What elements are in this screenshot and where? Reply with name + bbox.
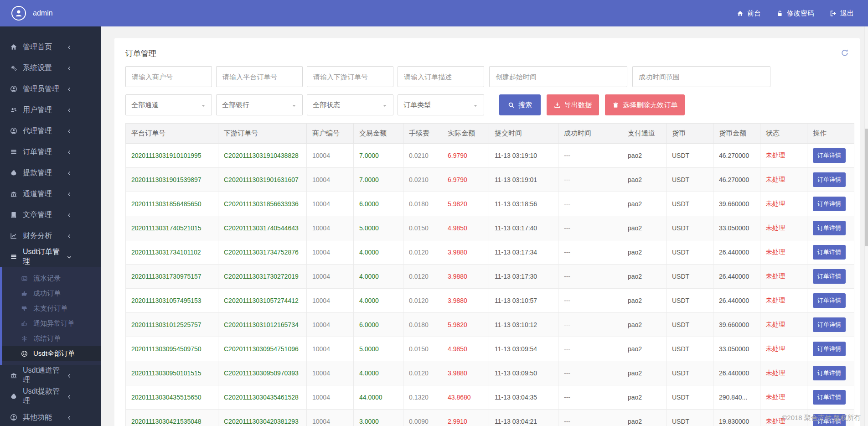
cell-downstream_order_no: C20201113030420381293 — [218, 410, 307, 426]
sidebar-item-label: 通道管理 — [23, 189, 52, 199]
order-detail-button[interactable]: 订单详情 — [813, 366, 846, 380]
table-row: 20201113031057495153C2020111303105727441… — [126, 289, 854, 313]
cell-submit_time: 11-13 03:04:35 — [489, 385, 558, 410]
sidebar-item-4[interactable]: 代理管理 — [0, 120, 101, 141]
topbar-link-2[interactable]: 退出 — [822, 9, 862, 18]
cell-submit_time: 11-13 03:18:56 — [489, 192, 558, 216]
cell-action: 订单详情 — [807, 240, 854, 265]
order-detail-button[interactable]: 订单详情 — [813, 269, 846, 284]
column-header-platform_order_no: 平台订单号 — [126, 124, 218, 144]
user-icon — [14, 9, 23, 18]
cell-action: 订单详情 — [807, 265, 854, 289]
sidebar-item-label: 用户管理 — [23, 105, 52, 115]
topbar-link-0[interactable]: 前台 — [729, 9, 769, 18]
order-detail-button[interactable]: 订单详情 — [813, 390, 846, 405]
sidebar-item-6[interactable]: 提款管理 — [0, 162, 101, 183]
cell-status: 未处理 — [760, 240, 807, 265]
table-body: 20201113031910101995C2020111303191043882… — [126, 144, 854, 426]
cell-merchant_id: 10004 — [307, 385, 354, 410]
filter-select-1[interactable]: 全部银行 — [216, 94, 303, 115]
cell-merchant_id: 10004 — [307, 265, 354, 289]
topbar-link-1[interactable]: 修改密码 — [769, 9, 822, 18]
sidebar-subitem-4[interactable]: 冻结订单 — [2, 331, 101, 346]
sidebar-subitem-1[interactable]: 成功订单 — [2, 286, 101, 301]
sidebar-item-label: 管理员管理 — [23, 84, 59, 94]
angle-left-icon — [67, 66, 72, 71]
filter-select-3[interactable]: 订单类型 — [398, 94, 484, 115]
sidebar-item-0[interactable]: 管理首页 — [0, 36, 101, 57]
filter-input-1[interactable] — [216, 66, 303, 87]
sidebar-item-12[interactable]: Usdt提款管理 — [0, 386, 101, 407]
sidebar-item-7[interactable]: 通道管理 — [0, 183, 101, 204]
cell-downstream_order_no: C20201113031012165734 — [218, 313, 307, 337]
order-detail-button[interactable]: 订单详情 — [813, 245, 846, 260]
sidebar-item-8[interactable]: 文章管理 — [0, 204, 101, 225]
cell-submit_time: 11-13 03:04:21 — [489, 410, 558, 426]
cell-amount: 4.0000 — [354, 289, 403, 313]
cell-merchant_id: 10004 — [307, 192, 354, 216]
users-icon — [10, 106, 17, 114]
user-circle-icon — [10, 85, 17, 93]
filter-input-5[interactable] — [632, 66, 770, 87]
filter-select-0[interactable]: 全部通道 — [125, 94, 212, 115]
order-detail-button[interactable]: 订单详情 — [813, 197, 846, 211]
cell-fee: 0.0150 — [403, 216, 442, 240]
order-detail-button[interactable]: 订单详情 — [813, 317, 846, 332]
sidebar-subitem-0[interactable]: 流水记录 — [2, 271, 101, 286]
cell-actual_amount: 4.9850 — [442, 337, 489, 361]
sidebar-subitem-label: 通知异常订单 — [33, 319, 74, 328]
sidebar-item-2[interactable]: 管理员管理 — [0, 78, 101, 99]
copyright-footer: ©2018 聚合支付 版权所有 — [782, 414, 861, 422]
sidebar-item-1[interactable]: 系统设置 — [0, 57, 101, 78]
cell-actual_amount: 5.9820 — [442, 192, 489, 216]
column-header-currency_amount: 货币金额 — [713, 124, 760, 144]
cell-channel: pao2 — [622, 410, 666, 426]
refresh-button[interactable] — [841, 48, 849, 57]
money-bag-icon — [10, 169, 17, 177]
sidebar-submenu: 流水记录成功订单未支付订单通知异常订单冻结订单Usdt全部订单 — [0, 267, 101, 365]
filter-select-value: 全部状态 — [313, 101, 340, 109]
filter-input-3[interactable] — [398, 66, 484, 87]
cell-currency: USDT — [666, 289, 713, 313]
sidebar-subitem-3[interactable]: 通知异常订单 — [2, 316, 101, 331]
sidebar-item-5[interactable]: 订单管理 — [0, 141, 101, 162]
cell-actual_amount: 6.9790 — [442, 168, 489, 192]
cell-channel: pao2 — [622, 337, 666, 361]
sidebar-item-10[interactable]: Usdt订单管理 — [0, 246, 101, 267]
caret-down-icon — [291, 103, 297, 109]
cell-submit_time: 11-13 03:19:01 — [489, 168, 558, 192]
cell-actual_amount: 5.9820 — [442, 313, 489, 337]
sidebar-subitem-5[interactable]: Usdt全部订单 — [2, 346, 101, 361]
sidebar-subitem-label: 冻结订单 — [33, 334, 61, 343]
filter-input-0[interactable] — [125, 66, 212, 87]
sidebar-item-13[interactable]: 其他功能 — [0, 407, 101, 426]
angle-left-icon — [67, 150, 72, 155]
sidebar-item-11[interactable]: Usdt通道管理 — [0, 365, 101, 386]
cell-submit_time: 11-13 03:10:12 — [489, 313, 558, 337]
angle-left-icon — [67, 171, 72, 176]
cell-downstream_order_no: C20201113031057274412 — [218, 289, 307, 313]
sidebar-item-3[interactable]: 用户管理 — [0, 99, 101, 120]
order-detail-button[interactable]: 订单详情 — [813, 221, 846, 235]
order-detail-button[interactable]: 订单详情 — [813, 293, 846, 308]
order-detail-button[interactable]: 订单详情 — [813, 148, 846, 163]
sidebar-subitem-2[interactable]: 未支付订单 — [2, 301, 101, 316]
sidebar-item-9[interactable]: 财务分析 — [0, 225, 101, 246]
cell-submit_time: 11-13 03:09:50 — [489, 361, 558, 385]
filter-select-2[interactable]: 全部状态 — [307, 94, 393, 115]
cell-amount: 5.0000 — [354, 337, 403, 361]
cell-downstream_order_no: C20201113030954751096 — [218, 337, 307, 361]
action-button-2[interactable]: 选择删除无效订单 — [605, 94, 685, 115]
cell-currency_amount: 26.440000 — [713, 289, 760, 313]
action-button-1[interactable]: 导出数据 — [547, 94, 599, 115]
order-detail-button[interactable]: 订单详情 — [813, 342, 846, 356]
cell-channel: pao2 — [622, 192, 666, 216]
order-detail-button[interactable]: 订单详情 — [813, 172, 846, 187]
avatar[interactable] — [11, 6, 26, 21]
search-button[interactable]: 搜索 — [499, 94, 541, 115]
scrollbar-thumb[interactable] — [865, 129, 868, 246]
cell-downstream_order_no: C20201113030950970393 — [218, 361, 307, 385]
filter-input-2[interactable] — [307, 66, 393, 87]
filter-input-4[interactable] — [489, 66, 627, 87]
cell-action: 订单详情 — [807, 385, 854, 410]
